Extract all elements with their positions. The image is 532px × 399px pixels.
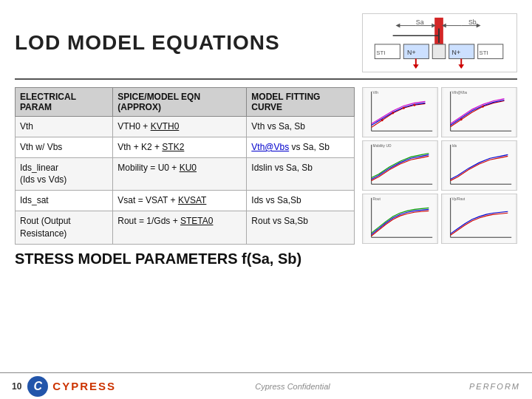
svg-text:Ids: Ids — [452, 144, 457, 148]
cell-curve-2: Vth@Vbs vs Sa, Sb — [247, 137, 355, 157]
underline-stk2: STK2 — [162, 142, 184, 152]
footer-right-text: PERFORM — [469, 382, 520, 391]
svg-point-29 — [381, 119, 383, 121]
stress-model-label: STRESS MODEL PARAMETERS f(Sa, Sb) — [15, 250, 301, 267]
footer-center-text: Cypress Confidential — [255, 382, 330, 391]
svg-text:N+: N+ — [407, 49, 415, 56]
stress-model-section: STRESS MODEL PARAMETERS f(Sa, Sb) — [0, 245, 532, 270]
table-row: Vth VTH0 + KVTH0 Vth vs Sa, Sb — [16, 117, 355, 137]
svg-text:Vp/Rout: Vp/Rout — [452, 197, 466, 201]
header: LOD MODEL EQUATIONS Sa Sb STI N+ — [0, 0, 532, 78]
underline-kvth0: KVTH0 — [151, 121, 180, 132]
col-header-eqn: SPICE/MODEL EQN (APPROX) — [113, 88, 247, 117]
svg-marker-25 — [477, 24, 481, 28]
table-row: Rout (OutputResistance) Rout = 1/Gds + S… — [16, 211, 355, 244]
svg-rect-40 — [364, 141, 436, 190]
cell-param-2: Vth w/ Vbs — [16, 137, 113, 157]
cell-param-4: Ids_sat — [16, 191, 113, 211]
svg-marker-17 — [458, 64, 464, 69]
chart-row-3: Rout Vp/Rout — [362, 194, 517, 244]
svg-text:Sb: Sb — [468, 18, 477, 26]
diagrams-panel: Vth Vth@Vbs — [362, 87, 517, 245]
chart-idslin-sb: Ids — [441, 140, 517, 191]
cell-param-3: Ids_linear(Ids vs Vds) — [16, 157, 113, 191]
cypress-c-letter: C — [34, 380, 43, 393]
cypress-circle-icon: C — [27, 376, 48, 397]
svg-text:Rout: Rout — [373, 197, 381, 201]
page-container: LOD MODEL EQUATIONS Sa Sb STI N+ — [0, 0, 532, 399]
underline-steta0: STETA0 — [180, 216, 213, 226]
svg-point-30 — [392, 112, 394, 115]
svg-rect-48 — [364, 194, 436, 243]
main-layout: ELECTRICAL PARAM SPICE/MODEL EQN (APPROX… — [0, 80, 532, 245]
svg-text:Mobility UO: Mobility UO — [373, 144, 392, 148]
svg-text:Vth@Vbs: Vth@Vbs — [452, 91, 468, 95]
vth-vbs-link[interactable]: Vth@Vbs — [251, 142, 289, 152]
svg-point-31 — [403, 107, 405, 109]
cell-eqn-3: Mobility = U0 + KU0 — [113, 157, 247, 191]
svg-rect-44 — [443, 141, 515, 190]
footer-left: 10 C CYPRESS — [12, 376, 116, 397]
cell-curve-4: Ids vs Sa,Sb — [247, 191, 355, 211]
mosfet-top-diagram: Sa Sb STI N+ N+ STI — [362, 13, 517, 72]
cell-eqn-1: VTH0 + KVTH0 — [113, 117, 247, 137]
svg-text:STI: STI — [376, 50, 385, 56]
chart-row-2: Mobility UO Ids — [362, 140, 517, 191]
svg-marker-21 — [396, 24, 400, 28]
svg-rect-9 — [432, 44, 446, 58]
cell-eqn-5: Rout = 1/Gds + STETA0 — [113, 211, 247, 244]
table-row: Ids_linear(Ids vs Vds) Mobility = U0 + K… — [16, 157, 355, 191]
underline-kvsat: KVSAT — [178, 195, 206, 205]
svg-marker-15 — [413, 64, 419, 69]
params-table: ELECTRICAL PARAM SPICE/MODEL EQN (APPROX… — [15, 87, 355, 245]
cell-curve-5: Rout vs Sa,Sb — [247, 211, 355, 244]
svg-text:Vth: Vth — [373, 91, 379, 95]
cypress-name-label: CYPRESS — [52, 380, 116, 392]
svg-text:N+: N+ — [452, 49, 460, 56]
svg-point-38 — [482, 106, 484, 108]
cell-eqn-2: Vth + K2 + STK2 — [113, 137, 247, 157]
cell-curve-1: Vth vs Sa, Sb — [247, 117, 355, 137]
cell-eqn-4: Vsat = VSAT + KVSAT — [113, 191, 247, 211]
svg-rect-34 — [443, 88, 515, 137]
cypress-logo: C CYPRESS — [27, 376, 116, 397]
page-number: 10 — [12, 381, 21, 392]
chart-rout-sb: Vp/Rout — [441, 194, 517, 244]
cell-param-1: Vth — [16, 117, 113, 137]
cell-param-5: Rout (OutputResistance) — [16, 211, 113, 244]
footer: 10 C CYPRESS Cypress Confidential PERFOR… — [0, 372, 532, 399]
svg-rect-26 — [364, 88, 436, 137]
underline-ku0: KU0 — [180, 163, 197, 173]
table-row: Ids_sat Vsat = VSAT + KVSAT Ids vs Sa,Sb — [16, 191, 355, 211]
chart-vth-sa: Vth — [362, 87, 438, 137]
chart-idslin-sa: Mobility UO — [362, 140, 438, 191]
svg-point-37 — [460, 118, 463, 120]
svg-text:STI: STI — [480, 50, 488, 56]
svg-point-32 — [413, 104, 415, 106]
table-area: ELECTRICAL PARAM SPICE/MODEL EQN (APPROX… — [15, 87, 355, 245]
chart-vth-sb: Vth@Vbs — [441, 87, 517, 137]
col-header-curve: MODEL FITTING CURVE — [247, 88, 355, 117]
page-title: LOD MODEL EQUATIONS — [15, 31, 280, 55]
svg-text:Sa: Sa — [416, 18, 424, 26]
chart-rout-sa: Rout — [362, 194, 438, 244]
svg-rect-52 — [443, 194, 515, 243]
table-row: Vth w/ Vbs Vth + K2 + STK2 Vth@Vbs vs Sa… — [16, 137, 355, 157]
cell-curve-3: Idslin vs Sa, Sb — [247, 157, 355, 191]
col-header-param: ELECTRICAL PARAM — [16, 88, 113, 117]
chart-row-1: Vth Vth@Vbs — [362, 87, 517, 137]
